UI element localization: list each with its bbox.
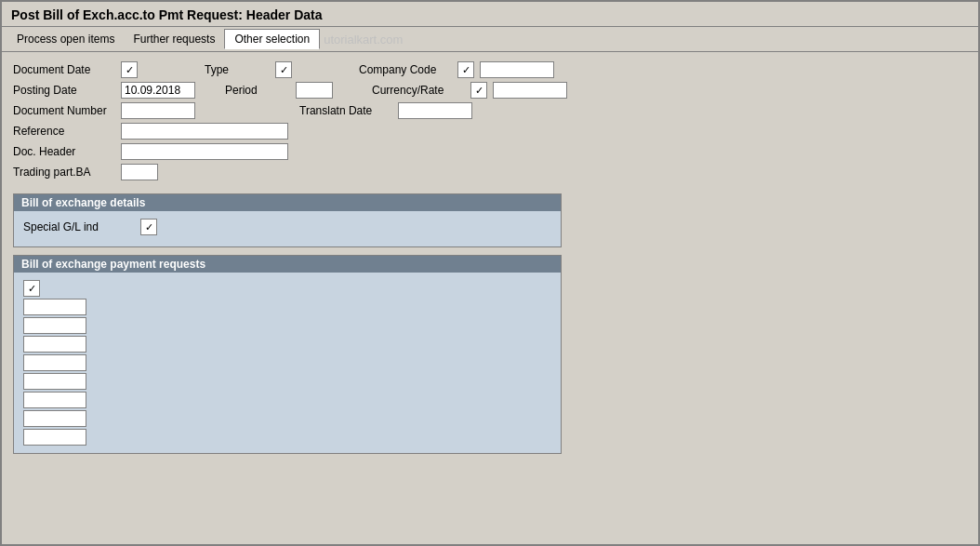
row-document-number: Document Number Translatn Date — [13, 102, 967, 119]
row-trading-part: Trading part.BA — [13, 164, 967, 180]
payment-row-2 — [23, 317, 551, 334]
special-gl-label: Special G/L ind — [23, 220, 135, 233]
type-label: Type — [205, 63, 270, 76]
bill-payment-requests-header: Bill of exchange payment requests — [14, 256, 561, 273]
trading-part-label: Trading part.BA — [13, 166, 115, 179]
payment-checkbox-0[interactable]: ✓ — [23, 280, 40, 297]
payment-input-1[interactable] — [23, 299, 86, 315]
menu-process-open-items[interactable]: Process open items — [7, 30, 124, 48]
company-code-input[interactable] — [480, 61, 554, 78]
payment-input-8[interactable] — [23, 429, 86, 446]
menu-bar: Process open items Further requests Othe… — [2, 27, 978, 52]
payment-row-8 — [23, 429, 551, 446]
main-window: Post Bill of Exch.acc.to Pmt Request: He… — [0, 0, 980, 546]
company-code-label: Company Code — [359, 63, 452, 76]
bill-payment-requests-body: ✓ — [14, 273, 561, 453]
posting-date-input[interactable] — [121, 82, 195, 99]
payment-input-2[interactable] — [23, 317, 86, 334]
type-checkbox[interactable]: ✓ — [275, 61, 292, 78]
document-date-label: Document Date — [13, 63, 115, 76]
payment-row-7 — [23, 410, 551, 427]
document-number-label: Document Number — [13, 104, 115, 117]
payment-row-3 — [23, 336, 551, 353]
payment-row-6 — [23, 392, 551, 408]
currency-rate-label: Currency/Rate — [372, 84, 465, 97]
doc-header-label: Doc. Header — [13, 145, 115, 158]
company-code-checkbox[interactable]: ✓ — [457, 61, 474, 78]
title-bar: Post Bill of Exch.acc.to Pmt Request: He… — [2, 2, 978, 27]
bill-exchange-details-section: Bill of exchange details Special G/L ind… — [13, 193, 562, 247]
payment-row-4 — [23, 354, 551, 371]
posting-date-label: Posting Date — [13, 84, 115, 97]
period-label: Period — [225, 84, 290, 97]
translation-date-input[interactable] — [398, 102, 472, 119]
payment-row-1 — [23, 299, 551, 315]
row-doc-header: Doc. Header — [13, 143, 967, 160]
bill-exchange-details-body: Special G/L ind ✓ — [14, 211, 561, 246]
bill-exchange-details-header: Bill of exchange details — [14, 194, 561, 211]
form-content: Document Date ✓ Type ✓ Company Code ✓ Po… — [2, 52, 978, 471]
special-gl-checkbox[interactable]: ✓ — [140, 219, 157, 235]
translation-date-label: Translatn Date — [299, 104, 392, 117]
row-reference: Reference — [13, 123, 967, 140]
row-document-date: Document Date ✓ Type ✓ Company Code ✓ — [13, 61, 967, 78]
doc-header-input[interactable] — [121, 143, 288, 160]
payment-input-7[interactable] — [23, 410, 86, 427]
payment-row-0: ✓ — [23, 280, 551, 297]
row-posting-date: Posting Date Period Currency/Rate ✓ — [13, 82, 967, 99]
payment-input-4[interactable] — [23, 354, 86, 371]
payment-input-6[interactable] — [23, 392, 86, 408]
trading-part-input[interactable] — [121, 164, 158, 180]
payment-row-5 — [23, 373, 551, 390]
reference-label: Reference — [13, 125, 115, 138]
watermark: utorialkart.com — [324, 33, 403, 47]
menu-other-selection[interactable]: Other selection — [224, 29, 320, 49]
window-title: Post Bill of Exch.acc.to Pmt Request: He… — [11, 7, 323, 22]
currency-rate-checkbox[interactable]: ✓ — [470, 82, 487, 99]
special-gl-row: Special G/L ind ✓ — [23, 219, 551, 235]
reference-input[interactable] — [121, 123, 288, 140]
bill-payment-requests-section: Bill of exchange payment requests ✓ — [13, 255, 562, 454]
currency-rate-input[interactable] — [493, 82, 567, 99]
document-number-input[interactable] — [121, 102, 195, 119]
menu-further-requests[interactable]: Further requests — [124, 30, 224, 48]
payment-input-3[interactable] — [23, 336, 86, 353]
payment-input-5[interactable] — [23, 373, 86, 390]
period-input[interactable] — [296, 82, 333, 99]
document-date-checkbox[interactable]: ✓ — [121, 61, 138, 78]
payment-list: ✓ — [23, 280, 551, 446]
